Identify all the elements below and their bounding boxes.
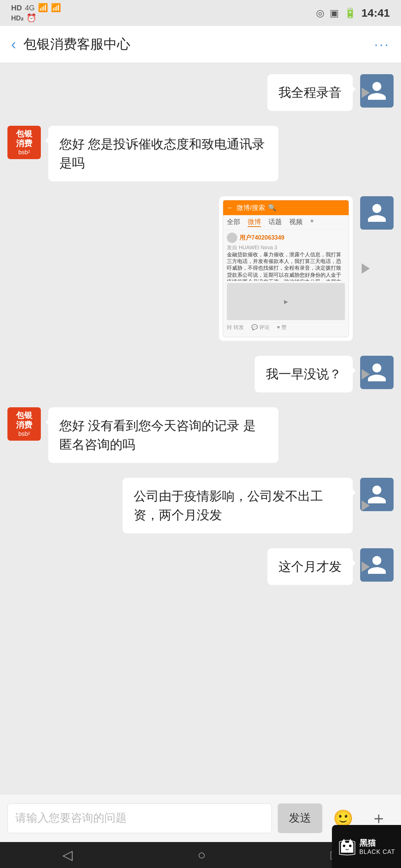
weibo-back: ← — [227, 204, 234, 212]
bot-avatar-2: 包银 消费 bsb² — [7, 126, 41, 159]
bot-name-line2: 消费 — [16, 139, 32, 148]
bubble-4: 我一早没说？ — [255, 356, 353, 392]
weibo-tab-topics: 话题 — [268, 217, 282, 227]
nav-back[interactable]: ◁ — [62, 847, 73, 863]
black-cat-brand: 黑猫 BLACK CAT — [359, 838, 395, 855]
bubble-5: 您好 没有看到您今天咨询的记录 是匿名咨询的吗 — [48, 407, 278, 463]
status-left-top: HD 4G 📶 📶 — [11, 3, 61, 13]
battery-icon: 🔋 — [344, 7, 356, 19]
bubble-6: 公司由于疫情影响，公司发不出工资，两个月没发 — [123, 478, 353, 533]
play-btn-1[interactable] — [362, 88, 370, 98]
nav-home[interactable]: ○ — [198, 847, 206, 863]
bubble-2: 您好 您是投诉催收态度和致电通讯录是吗 — [48, 126, 278, 181]
bot-name-line2-5: 消费 — [16, 420, 32, 430]
message-row-1: 我全程录音 — [7, 74, 394, 111]
weibo-user-row: 用户7402063349 — [227, 233, 345, 243]
bot-avatar-5: 包银 消费 bsb² — [7, 407, 41, 441]
weibo-user-avatar — [227, 233, 237, 243]
status-left-bottom: HD₂ ⏰ — [11, 13, 61, 23]
back-button[interactable]: ‹ — [11, 36, 16, 53]
weibo-search-icon: 🔍 — [268, 204, 276, 212]
weibo-media: ▶ — [227, 283, 345, 320]
weibo-screenshot: ← 微博/搜索 🔍 全部 微博 话题 视频 + 用户7402063349 — [223, 200, 349, 337]
play-btn-7[interactable] — [362, 562, 370, 572]
location-icon: ◎ — [316, 7, 325, 19]
weibo-post: 用户7402063349 发自 HUAWEI Nova 3 金融贷款催收，暴力催… — [223, 230, 349, 334]
message-row-6: 公司由于疫情影响，公司发不出工资，两个月没发 — [7, 478, 394, 533]
nfc-icon: ▣ — [330, 7, 339, 19]
weibo-action-comment: 💬 评论 — [251, 324, 270, 331]
input-placeholder: 请输入您要咨询的问题 — [15, 811, 127, 826]
weibo-username: 用户7402063349 — [239, 234, 284, 242]
weibo-tab-video: 视频 — [289, 217, 303, 227]
message-text-1: 我全程录音 — [278, 85, 342, 99]
header: ‹ 包银消费客服中心 ··· — [0, 26, 401, 63]
signal-bars2: 📶 — [51, 3, 61, 13]
weibo-nav: 全部 微博 话题 视频 + — [223, 215, 349, 230]
user-avatar-3 — [360, 196, 394, 230]
weibo-action-repost: 转 转发 — [227, 324, 244, 331]
message-row-2: 包银 消费 bsb² 您好 您是投诉催收态度和致电通讯录是吗 — [7, 126, 394, 181]
bottom-nav: ◁ ○ □ 黑猫 BLACK CAT — [0, 842, 401, 868]
weibo-search: 微博/搜索 — [237, 203, 265, 212]
more-button[interactable]: ··· — [374, 37, 390, 52]
black-cat-logo: 黑猫 BLACK CAT — [338, 837, 395, 856]
signal-bars: 📶 — [38, 3, 48, 13]
message-text-7: 这个月才发 — [278, 559, 342, 573]
status-bar: HD 4G 📶 📶 HD₂ ⏰ ◎ ▣ 🔋 14:41 — [0, 0, 401, 26]
message-row-7: 这个月才发 — [7, 548, 394, 585]
weibo-actions: 转 转发 💬 评论 ♥ 赞 — [227, 322, 345, 331]
weibo-tab-weibo: 微博 — [248, 217, 261, 227]
send-button[interactable]: 发送 — [278, 803, 322, 833]
black-cat-watermark: 黑猫 BLACK CAT — [332, 825, 401, 868]
message-row-4: 我一早没说？ — [7, 356, 394, 392]
bot-name-bsb: bsb² — [18, 149, 30, 156]
brand-english: BLACK CAT — [359, 849, 395, 855]
message-text-4: 我一早没说？ — [266, 367, 342, 381]
message-input[interactable]: 请输入您要咨询的问题 — [7, 803, 272, 833]
video-placeholder: ▶ — [284, 299, 288, 305]
time-display: 14:41 — [361, 7, 390, 19]
weibo-date: 发自 HUAWEI Nova 3 — [227, 244, 345, 251]
message-text-6: 公司由于疫情影响，公司发不出工资，两个月没发 — [134, 489, 323, 522]
hd-icon: HD — [11, 4, 22, 12]
message-row-5: 包银 消费 bsb² 您好 没有看到您今天咨询的记录 是匿名咨询的吗 — [7, 407, 394, 463]
weibo-tab-more: + — [310, 217, 314, 227]
weibo-action-like: ♥ 赞 — [277, 324, 287, 331]
signal-4g: 4G — [25, 4, 35, 12]
message-row-3: ← 微博/搜索 🔍 全部 微博 话题 视频 + 用户7402063349 — [7, 196, 394, 341]
bot-name-bsb-5: bsb² — [18, 430, 30, 437]
brand-chinese: 黑猫 — [359, 838, 395, 849]
weibo-text: 金融贷款催收，暴力催收，泄露个人信息，我打算三方电话，并发有催款本人，我打算三天… — [227, 251, 345, 281]
alarm-icon: ⏰ — [26, 13, 36, 23]
svg-point-1 — [343, 845, 345, 847]
weibo-tab-all: 全部 — [227, 217, 240, 227]
status-right: ◎ ▣ 🔋 14:41 — [316, 7, 390, 19]
hd2-icon: HD₂ — [11, 14, 23, 22]
play-btn-6[interactable] — [362, 500, 370, 511]
message-text-5: 您好 没有看到您今天咨询的记录 是匿名咨询的吗 — [59, 418, 256, 451]
chat-area: 我全程录音 包银 消费 bsb² 您好 您是投诉催收态度和致电通讯录是吗 ← 微… — [0, 63, 401, 794]
bubble-1: 我全程录音 — [267, 74, 353, 111]
cat-icon — [338, 837, 356, 856]
person-icon-3 — [366, 202, 388, 224]
bubble-image-3: ← 微博/搜索 🔍 全部 微博 话题 视频 + 用户7402063349 — [219, 196, 353, 341]
bubble-7: 这个月才发 — [267, 548, 353, 585]
weibo-top-bar: ← 微博/搜索 🔍 — [223, 200, 349, 215]
play-btn-4[interactable] — [362, 369, 370, 379]
header-title: 包银消费客服中心 — [23, 35, 374, 53]
bot-name-line1: 包银 — [16, 129, 32, 139]
status-left: HD 4G 📶 📶 HD₂ ⏰ — [11, 3, 61, 23]
bot-name-line1-5: 包银 — [16, 411, 32, 420]
play-btn-3[interactable] — [362, 263, 370, 274]
svg-point-2 — [349, 845, 352, 847]
message-text-2: 您好 您是投诉催收态度和致电通讯录是吗 — [59, 137, 265, 170]
